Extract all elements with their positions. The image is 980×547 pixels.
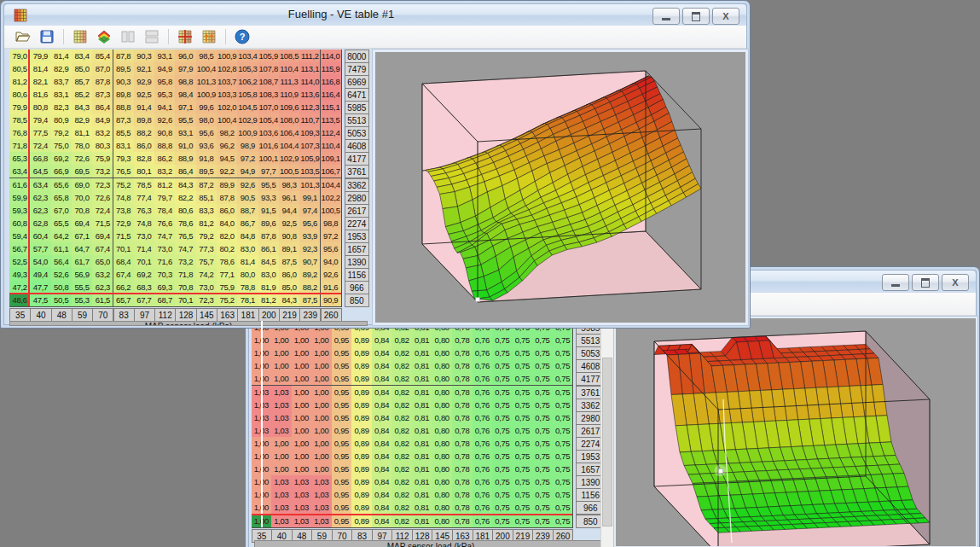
table-cell[interactable]: 102,2 bbox=[321, 191, 342, 205]
table-cell[interactable]: 60,4 bbox=[30, 230, 51, 243]
table-cell[interactable]: 1,00 bbox=[271, 346, 293, 360]
table-cell[interactable]: 1,00 bbox=[292, 437, 313, 451]
table-cell[interactable]: 1,00 bbox=[292, 372, 313, 386]
table-cell[interactable]: 1,03 bbox=[311, 488, 333, 502]
table-cell[interactable]: 82,9 bbox=[51, 62, 72, 76]
table-cell[interactable]: 0,75 bbox=[492, 399, 513, 412]
table-cell[interactable]: 83,1 bbox=[51, 88, 72, 102]
table-cell[interactable]: 0,81 bbox=[412, 450, 433, 463]
table-cell[interactable]: 0,82 bbox=[391, 372, 413, 386]
table-cell[interactable]: 0,75 bbox=[532, 515, 554, 528]
table-cell[interactable]: 81,2 bbox=[196, 217, 217, 230]
table-cell[interactable]: 0,84 bbox=[372, 386, 393, 399]
table-cell[interactable]: 98,4 bbox=[175, 88, 196, 102]
table-cell[interactable]: 89,9 bbox=[217, 178, 238, 192]
table-cell[interactable]: 1,00 bbox=[311, 386, 333, 399]
table-cell[interactable]: 0,95 bbox=[332, 399, 353, 412]
table-cell[interactable]: 86,2 bbox=[154, 152, 176, 166]
table-cell[interactable]: 87,2 bbox=[196, 178, 217, 192]
table-cell[interactable]: 99,6 bbox=[196, 101, 217, 114]
table-cell[interactable]: 89,8 bbox=[113, 88, 135, 102]
table-cell[interactable]: 0,75 bbox=[553, 334, 574, 347]
table-cell[interactable]: 74,2 bbox=[196, 268, 217, 282]
table-cell[interactable]: 1,00 bbox=[292, 411, 313, 425]
table-cell[interactable]: 83,2 bbox=[154, 165, 176, 178]
surface-plot-2[interactable] bbox=[616, 318, 976, 546]
table-cell[interactable]: 103,3 bbox=[217, 88, 238, 102]
table-cell[interactable]: 80,8 bbox=[30, 101, 51, 114]
table-cell[interactable]: 0,75 bbox=[553, 424, 574, 438]
table-cell[interactable]: 0,95 bbox=[332, 424, 353, 438]
table-cell[interactable]: 0,75 bbox=[513, 488, 534, 502]
table-cell[interactable]: 112,4 bbox=[321, 126, 342, 140]
table-cell[interactable]: 0,89 bbox=[351, 437, 373, 451]
table-cell[interactable]: 1,03 bbox=[271, 488, 293, 502]
table-cell[interactable]: 75,9 bbox=[92, 152, 113, 166]
table-cell[interactable]: 0,82 bbox=[391, 346, 413, 360]
table-cell[interactable]: 90,8 bbox=[279, 230, 300, 243]
table-cell[interactable]: 0,82 bbox=[391, 437, 413, 451]
table-cell[interactable]: 0,82 bbox=[391, 515, 413, 528]
table-cell[interactable]: 64,7 bbox=[72, 242, 93, 256]
table-cell[interactable]: 85,5 bbox=[113, 126, 135, 140]
table-cell[interactable]: 1,00 bbox=[311, 399, 333, 412]
table-cell[interactable]: 56,4 bbox=[51, 255, 72, 269]
table-cell[interactable]: 78,6 bbox=[175, 217, 196, 230]
minimize-button[interactable] bbox=[652, 8, 680, 25]
table-cell[interactable]: 0,75 bbox=[532, 359, 554, 373]
table-cell[interactable]: 87,0 bbox=[92, 62, 113, 76]
table-cell[interactable]: 0,75 bbox=[492, 359, 513, 373]
table-cell[interactable]: 91,5 bbox=[258, 204, 280, 218]
table-cell[interactable]: 70,1 bbox=[175, 294, 196, 307]
table-cell[interactable]: 79,2 bbox=[51, 126, 72, 140]
table-cell[interactable]: 0,95 bbox=[332, 334, 353, 347]
table-cell[interactable]: 1,00 bbox=[271, 334, 293, 347]
table-cell[interactable]: 109,6 bbox=[279, 101, 300, 114]
table-cell[interactable]: 0,78 bbox=[452, 450, 473, 463]
table-cell[interactable]: 103,4 bbox=[237, 49, 258, 63]
table-cell[interactable]: 0,82 bbox=[391, 475, 413, 489]
table-cell[interactable]: 82,0 bbox=[217, 230, 238, 243]
table-cell[interactable]: 86,1 bbox=[258, 242, 280, 256]
table-cell[interactable]: 72,4 bbox=[30, 139, 51, 153]
table-cell[interactable]: 0,81 bbox=[412, 463, 433, 476]
table-cell[interactable]: 0,78 bbox=[452, 346, 473, 360]
table-cell[interactable]: 114,0 bbox=[321, 49, 342, 63]
table-cell[interactable]: 0,76 bbox=[473, 515, 494, 528]
table-cell[interactable]: 85,2 bbox=[72, 88, 93, 102]
table-cell[interactable]: 85,7 bbox=[72, 75, 93, 89]
table-cell[interactable]: 0,75 bbox=[553, 450, 574, 463]
table-cell[interactable]: 0,75 bbox=[513, 334, 534, 347]
table-cell[interactable]: 88,2 bbox=[134, 126, 155, 140]
table-cell[interactable]: 1,00 bbox=[292, 424, 313, 438]
table-cell[interactable]: 100,4 bbox=[217, 113, 238, 127]
table-cell[interactable]: 78,5 bbox=[134, 178, 155, 192]
table-cell[interactable]: 102,9 bbox=[237, 113, 258, 127]
table-cell[interactable]: 0,78 bbox=[452, 488, 473, 502]
table-cell[interactable]: 0,75 bbox=[492, 437, 513, 451]
table-cell[interactable]: 83,0 bbox=[258, 268, 280, 282]
table-cell[interactable]: 115,1 bbox=[321, 101, 342, 114]
table-cell[interactable]: 62,3 bbox=[30, 204, 51, 218]
table-cell[interactable]: 0,75 bbox=[553, 386, 574, 399]
table-cell[interactable]: 75,0 bbox=[51, 139, 72, 153]
table-cell[interactable]: 0,75 bbox=[553, 346, 574, 360]
table-cell[interactable]: 97,2 bbox=[237, 152, 258, 166]
table-cell[interactable]: 0,75 bbox=[532, 386, 554, 399]
table-cell[interactable]: 86,4 bbox=[92, 101, 113, 114]
table-cell[interactable]: 92,6 bbox=[154, 113, 176, 127]
table-cell[interactable]: 96,2 bbox=[217, 139, 238, 153]
split-horizontal-button[interactable] bbox=[142, 27, 162, 46]
table-cell[interactable]: 89,8 bbox=[134, 113, 155, 127]
table-cell[interactable]: 86,0 bbox=[279, 268, 300, 282]
table-cell[interactable]: 93,6 bbox=[196, 139, 217, 153]
table-cell[interactable]: 105,3 bbox=[237, 62, 258, 76]
scrollbar-thumb[interactable] bbox=[602, 358, 612, 527]
table-cell[interactable]: 92,5 bbox=[134, 88, 155, 102]
table-cell[interactable]: 0,80 bbox=[432, 515, 453, 528]
table-cell[interactable]: 101,6 bbox=[258, 139, 280, 153]
table-view-button[interactable] bbox=[70, 27, 90, 46]
split-vertical-button[interactable] bbox=[118, 27, 138, 46]
table-cell[interactable]: 0,95 bbox=[332, 450, 353, 463]
table-cell[interactable]: 65,6 bbox=[51, 178, 72, 192]
